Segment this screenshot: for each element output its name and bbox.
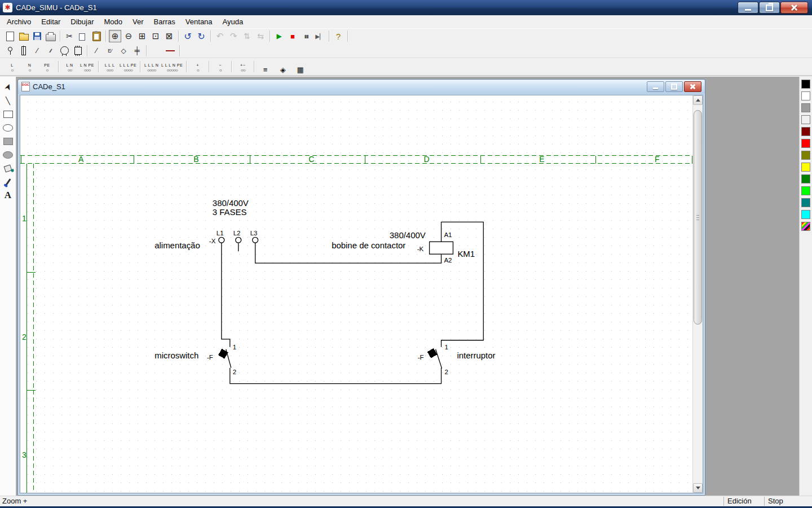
supply-lllnpe-icon: ○○○○○ (167, 68, 178, 73)
menu-ayuda[interactable]: Ayuda (218, 16, 249, 28)
document-maximize-button[interactable] (665, 81, 683, 92)
fill-tool-icon (4, 164, 12, 172)
restore-button[interactable] (759, 2, 780, 14)
simulation-run-button[interactable]: ▶ (273, 30, 285, 42)
color-teal-swatch[interactable] (801, 198, 810, 207)
color-dark-red-swatch[interactable] (801, 127, 810, 136)
supply-l-button[interactable]: L○ (4, 59, 20, 75)
rect-tool-button[interactable] (2, 108, 14, 120)
minimize-icon (745, 9, 751, 11)
document-close-button[interactable] (684, 81, 701, 92)
supply-plus-button[interactable]: +○ (189, 59, 206, 75)
supply-lll-button[interactable]: L L L○○○ (102, 59, 118, 75)
print-button[interactable] (45, 30, 57, 42)
redo-button[interactable]: ↻ (195, 30, 208, 42)
flip-horizontal-button: ⇆ (254, 30, 267, 42)
element-diamond-button[interactable]: ◇ (117, 45, 130, 57)
color-multicolor-swatch[interactable] (801, 222, 810, 231)
line-tool-button[interactable]: ╲ (2, 94, 14, 107)
zoom-out-button[interactable]: ⊖ (122, 30, 135, 42)
node-connector-button[interactable]: ◈ (275, 59, 291, 75)
label-microswitch: microswitch (155, 351, 198, 360)
wire-tool-button[interactable] (164, 45, 176, 57)
zoom-window-button[interactable]: ⊞ (136, 30, 148, 42)
supply-n-button[interactable]: N○ (21, 59, 38, 75)
zoom-in-button[interactable]: ⊕ (109, 30, 121, 42)
terminal-button[interactable] (4, 45, 16, 57)
menu-ver[interactable]: Ver (127, 16, 149, 28)
plc-module-button[interactable]: ▦ (292, 59, 308, 75)
rotate-left-button: ↶ (214, 30, 226, 42)
supply-llln-button[interactable]: L L L N○○○○ (143, 59, 160, 75)
simulation-stop-button[interactable]: ■ (286, 30, 299, 42)
color-white-swatch[interactable] (801, 91, 810, 100)
open-file-button[interactable] (17, 30, 30, 42)
menu-dibujar[interactable]: Dibujar (65, 16, 99, 28)
vertical-scrollbar[interactable] (692, 95, 703, 493)
connector-plug-button[interactable]: ╪ (131, 45, 143, 57)
contact-aux-button[interactable]: ∕ (90, 45, 103, 57)
color-cyan-swatch[interactable] (801, 210, 810, 219)
paste-button[interactable] (90, 30, 103, 42)
simulation-step-button[interactable]: ▶▏ (314, 30, 326, 42)
supply-lnpe-button[interactable]: L N PE○○○ (79, 59, 95, 75)
menu-archivo[interactable]: Archivo (2, 16, 36, 28)
label-supply-phases: 3 FASES (213, 207, 247, 217)
scroll-up-button[interactable] (693, 95, 703, 105)
menu-modo[interactable]: Modo (99, 16, 128, 28)
simulation-stop-icon: ■ (290, 32, 295, 41)
document-titlebar[interactable]: DOC CADe_S1 (18, 80, 705, 94)
minimize-button[interactable] (738, 2, 758, 14)
picker-tool-button[interactable] (2, 176, 14, 188)
document-minimize-button[interactable] (647, 81, 664, 92)
supply-lllpe-button[interactable]: L L L PE○○○○ (119, 59, 137, 75)
save-file-button[interactable] (31, 30, 43, 42)
contact-no-button[interactable]: ∕ (31, 45, 43, 57)
toolbar-separator (186, 61, 187, 72)
menu-ventana[interactable]: Ventana (180, 16, 218, 28)
busbars-button[interactable]: ≡ (257, 59, 273, 75)
supply-pe-button[interactable]: PE○ (39, 59, 55, 75)
select-tool-button[interactable]: ➤ (2, 81, 14, 93)
color-red-swatch[interactable] (801, 139, 810, 148)
ellipse-tool-button[interactable] (2, 121, 14, 134)
status-separator (764, 497, 765, 506)
scrollbar-thumb[interactable] (694, 110, 702, 325)
drawing-canvas[interactable]: A B C D E F 1 2 3 (20, 95, 693, 493)
zoom-redraw-button[interactable]: ⊠ (163, 30, 175, 42)
simulation-pause-button[interactable]: ▮▮ (300, 30, 312, 42)
color-gray-swatch[interactable] (801, 103, 810, 112)
menu-editar[interactable]: Editar (36, 16, 65, 28)
supply-minus-button[interactable]: −○ (212, 59, 228, 75)
element-diamond-icon: ◇ (121, 47, 126, 55)
module-button[interactable] (72, 45, 84, 57)
undo-button[interactable]: ↺ (182, 30, 194, 42)
supply-plusminus-button[interactable]: +−○○ (235, 59, 251, 75)
scroll-down-button[interactable] (693, 483, 703, 493)
zoom-sheet-button[interactable]: ⊡ (149, 30, 162, 42)
close-button[interactable] (780, 2, 808, 14)
titlebar[interactable]: CADe_SIMU - CADe_S1 (0, 0, 812, 15)
cut-button[interactable]: ✂ (63, 30, 76, 42)
copy-button[interactable] (77, 30, 89, 42)
sheet-column-label: F (655, 155, 660, 164)
contact-emergency-button[interactable]: E∕ (104, 45, 116, 57)
filled-ellipse-tool-button[interactable] (2, 148, 14, 161)
fill-tool-button[interactable] (2, 162, 14, 174)
color-green-swatch[interactable] (801, 174, 810, 183)
contact-3pole-button[interactable]: ∕∕∕ (45, 45, 57, 57)
motor-button[interactable] (58, 45, 70, 57)
supply-lllnpe-button[interactable]: L L L N PE○○○○○ (161, 59, 183, 75)
color-lime-swatch[interactable] (801, 186, 810, 195)
help-button[interactable]: ? (332, 30, 345, 42)
new-file-button[interactable] (4, 30, 16, 42)
color-yellow-swatch[interactable] (801, 163, 810, 172)
supply-ln-button[interactable]: L N○○ (61, 59, 78, 75)
text-tool-button[interactable]: A (2, 189, 14, 202)
color-black-swatch[interactable] (801, 80, 810, 89)
menu-barras[interactable]: Barras (149, 16, 180, 28)
color-olive-swatch[interactable] (801, 151, 810, 160)
color-light-gray-swatch[interactable] (801, 115, 810, 124)
fuse-button[interactable] (17, 45, 30, 57)
filled-rect-tool-button[interactable] (2, 135, 14, 147)
